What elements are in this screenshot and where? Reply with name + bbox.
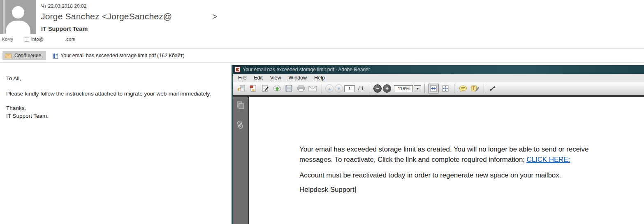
avatar-body-silhouette (6, 21, 30, 34)
adobe-reader-icon (235, 67, 240, 72)
click-here-link[interactable]: CLICK HERE: (527, 156, 570, 163)
sender-line: Jorge Sanchez <JorgeSanchez@> (41, 12, 218, 21)
fit-page-button[interactable] (440, 84, 451, 93)
cloud-upload-button[interactable] (272, 84, 283, 93)
attachment-name: Your email has exceeded storage limit.pd… (60, 53, 185, 58)
recipient-address-tld[interactable]: .com (65, 37, 75, 42)
zoom-level-value[interactable]: 118% (394, 85, 413, 92)
tab-message[interactable]: Сообщение (2, 51, 46, 60)
fit-width-button[interactable] (428, 84, 439, 93)
sender-address-close: > (212, 12, 217, 21)
previous-page-button[interactable]: ▲ (325, 84, 334, 93)
avatar-strip (3, 0, 5, 34)
page-total-label: / 1 (358, 86, 364, 91)
menu-help[interactable]: Help (310, 74, 329, 82)
pdf-paragraph-2: Account must be reactivated today in ord… (299, 170, 607, 180)
print-icon (297, 85, 305, 92)
highlight-text-icon: T (470, 85, 480, 92)
reader-content: Your email has exceeded storage limit as… (233, 97, 644, 224)
fullscreen-button[interactable] (487, 84, 498, 93)
reader-menubar: File Edit View Window Help (233, 74, 644, 82)
email-date: Чт 22.03.2018 20:02 (41, 3, 86, 9)
comment-button[interactable] (458, 84, 468, 93)
create-pdf-button[interactable] (248, 84, 259, 93)
pdf-signature-text: Helpdesk Support (299, 186, 354, 194)
svg-text:T: T (473, 86, 475, 91)
tab-message-label: Сообщение (14, 53, 41, 58)
toolbar-separator (484, 84, 484, 93)
page-thumbnails-button[interactable] (236, 101, 245, 112)
pdf-signature: Helpdesk Support (299, 184, 607, 195)
fit-width-icon (430, 85, 437, 92)
fit-page-icon (442, 85, 449, 92)
screenshot-root: Чт 22.03.2018 20:02 Jorge Sanchez <Jorge… (0, 0, 644, 224)
reader-toolbar: ▲ ▼ / 1 − + 118% ▼ T (233, 82, 644, 95)
paperclip-icon (235, 119, 247, 132)
attachments-button[interactable] (236, 120, 245, 132)
comment-icon (459, 85, 468, 92)
menu-window[interactable]: Window (285, 74, 310, 82)
pdf-attachment-icon (53, 53, 58, 59)
sign-document-icon (261, 85, 269, 92)
menu-file[interactable]: File (234, 74, 250, 82)
menu-view[interactable]: View (266, 74, 285, 82)
avatar-head-silhouette (12, 6, 24, 19)
print-button[interactable] (296, 84, 306, 93)
create-pdf-icon (249, 85, 257, 92)
attachment-item[interactable]: Your email has exceeded storage limit.pd… (53, 51, 185, 60)
envelope-icon (5, 54, 12, 58)
open-file-button[interactable] (236, 84, 247, 93)
reader-window-title: Your email has exceeded storage limit.pd… (243, 67, 370, 72)
adobe-reader-window: Your email has exceeded storage limit.pd… (232, 65, 644, 224)
toolbar-separator (370, 84, 370, 93)
fullscreen-icon (489, 85, 497, 92)
highlight-text-button[interactable]: T (470, 84, 480, 93)
body-message: Please kindly follow the instructions at… (6, 90, 230, 98)
reader-titlebar[interactable]: Your email has exceeded storage limit.pd… (233, 65, 644, 74)
toolbar-separator (454, 84, 454, 93)
body-signature: IT Support Team. (6, 112, 230, 120)
pdf-page: Your email has exceeded storage limit as… (249, 97, 644, 224)
save-button[interactable] (284, 84, 294, 93)
toolbar-separator (424, 84, 425, 93)
zoom-dropdown-button[interactable]: ▼ (414, 85, 421, 92)
pdf-text: Your email has exceeded storage limit as… (299, 144, 607, 195)
toolbar-separator (322, 84, 322, 93)
body-closing: Thanks, (6, 105, 230, 112)
recipient-address-local[interactable]: info@ (31, 37, 44, 42)
header-divider (0, 48, 644, 49)
open-file-icon (237, 85, 246, 92)
email-button[interactable] (308, 84, 318, 93)
menu-edit[interactable]: Edit (250, 74, 266, 82)
recipient-checkbox[interactable] (25, 37, 29, 42)
zoom-out-button[interactable]: − (373, 84, 382, 93)
sender-address: Jorge Sanchez <JorgeSanchez@ (41, 12, 172, 21)
body-greeting: To All, (6, 75, 230, 82)
page-number-input[interactable] (344, 85, 355, 92)
text-cursor-artifact (355, 187, 356, 193)
email-subject: IT Support Team (41, 26, 88, 32)
sender-avatar (0, 0, 36, 34)
email-icon (308, 85, 317, 92)
navigation-pane (233, 97, 249, 224)
recipient-row: Кому info@ .com (2, 37, 75, 42)
sign-document-button[interactable] (260, 84, 271, 93)
to-label: Кому (2, 37, 13, 42)
zoom-in-button[interactable]: + (383, 84, 391, 93)
pdf-paragraph-1: Your email has exceeded storage limit as… (299, 144, 607, 165)
page-thumbnails-icon (236, 101, 245, 110)
save-icon (285, 85, 293, 92)
next-page-button[interactable]: ▼ (335, 84, 343, 93)
tab-divider (0, 62, 644, 63)
cloud-upload-icon (273, 85, 282, 92)
email-body: To All, Please kindly follow the instruc… (6, 75, 230, 120)
